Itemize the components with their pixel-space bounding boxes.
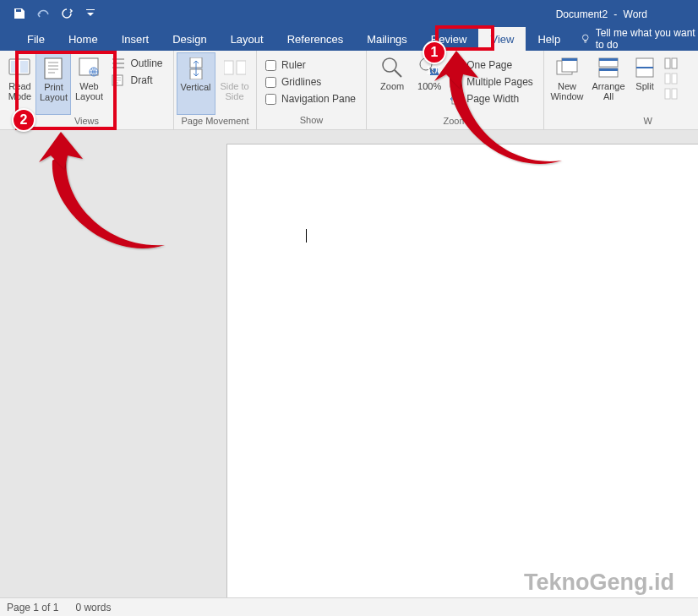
- svg-rect-32: [599, 58, 618, 61]
- print-layout-button[interactable]: Print Layout: [35, 52, 71, 115]
- vertical-button[interactable]: Vertical: [177, 52, 215, 115]
- tell-me-label: Tell me what you want to do: [596, 27, 698, 51]
- draft-button[interactable]: Draft: [112, 74, 162, 86]
- svg-point-0: [583, 35, 589, 41]
- split-button[interactable]: Split: [629, 52, 661, 115]
- one-page-icon: [450, 59, 463, 71]
- svg-rect-41: [665, 89, 670, 99]
- group-window: New Window Arrange All Split W: [544, 51, 679, 129]
- svg-line-17: [395, 70, 401, 77]
- side-by-side-icon[interactable]: [664, 57, 678, 69]
- menu-mailings[interactable]: Mailings: [355, 27, 419, 51]
- menu-references[interactable]: References: [275, 27, 355, 51]
- side-to-side-button[interactable]: Side to Side: [215, 52, 254, 115]
- svg-rect-25: [450, 83, 455, 87]
- undo-icon: [35, 8, 51, 19]
- new-window-icon: [555, 56, 579, 79]
- menu-bar: File Home Insert Design Layout Reference…: [0, 27, 698, 51]
- side-to-side-icon: [223, 56, 247, 79]
- arrange-all-icon: [597, 56, 620, 79]
- zoom-icon: [380, 56, 404, 79]
- menu-review[interactable]: Review: [419, 27, 479, 51]
- tell-me-search[interactable]: Tell me what you want to do: [581, 27, 698, 51]
- zoom-button[interactable]: Zoom: [374, 52, 411, 115]
- lightbulb-icon: [581, 33, 590, 45]
- menu-help[interactable]: Help: [526, 27, 572, 51]
- arrange-all-button[interactable]: Arrange All: [588, 52, 629, 115]
- save-icon: [14, 8, 25, 19]
- svg-point-16: [383, 58, 396, 72]
- undo-button[interactable]: [32, 3, 54, 25]
- svg-rect-22: [453, 60, 460, 70]
- redo-button[interactable]: [56, 3, 78, 25]
- svg-rect-26: [456, 83, 461, 87]
- svg-rect-42: [672, 89, 677, 99]
- zoom-100-button[interactable]: 100 100%: [411, 52, 448, 115]
- svg-rect-37: [665, 58, 670, 68]
- save-button[interactable]: [8, 3, 30, 25]
- chevron-down-icon: [86, 9, 95, 18]
- web-layout-button[interactable]: Web Layout: [71, 52, 106, 115]
- read-mode-icon: [8, 56, 31, 79]
- vertical-icon: [184, 57, 208, 80]
- page-width-icon: [450, 93, 463, 105]
- new-window-button[interactable]: New Window: [546, 52, 588, 115]
- customize-qat-button[interactable]: [79, 3, 101, 25]
- svg-rect-34: [599, 68, 618, 71]
- print-layout-icon: [41, 57, 65, 80]
- svg-rect-3: [20, 61, 28, 73]
- document-page[interactable]: [226, 144, 698, 597]
- menu-view[interactable]: View: [478, 27, 526, 51]
- outline-button[interactable]: Outline: [112, 57, 162, 69]
- svg-rect-2: [11, 61, 19, 73]
- svg-rect-38: [672, 58, 677, 68]
- sync-scroll-icon[interactable]: [664, 73, 678, 84]
- svg-rect-39: [665, 74, 670, 84]
- status-bar: Page 1 of 1 0 words: [0, 597, 698, 616]
- group-show: Ruler Gridlines Navigation Pane Show: [257, 51, 367, 129]
- menu-home[interactable]: Home: [57, 27, 110, 51]
- multiple-pages-button[interactable]: Multiple Pages: [450, 76, 533, 88]
- web-layout-icon: [77, 56, 101, 79]
- svg-rect-24: [456, 77, 461, 81]
- draft-icon: [112, 74, 125, 86]
- svg-rect-30: [562, 58, 577, 61]
- svg-rect-4: [45, 58, 62, 79]
- text-cursor: [306, 229, 307, 243]
- doc-name: Document2: [556, 8, 608, 20]
- document-title: Document2 - Word: [556, 8, 647, 20]
- zoom-100-icon: 100: [417, 56, 441, 79]
- svg-rect-15: [237, 61, 246, 74]
- ribbon: Read Mode Print Layout Web Layout Outlin…: [0, 51, 698, 130]
- page-indicator[interactable]: Page 1 of 1: [7, 602, 58, 613]
- redo-icon: [60, 8, 74, 19]
- document-area[interactable]: [0, 130, 698, 597]
- menu-design[interactable]: Design: [161, 27, 218, 51]
- quick-access-toolbar: [0, 0, 101, 27]
- reset-window-icon[interactable]: [664, 88, 678, 100]
- outline-icon: [112, 57, 125, 69]
- app-name: Word: [624, 8, 647, 20]
- ruler-checkbox[interactable]: Ruler: [265, 59, 356, 71]
- group-page-movement: Vertical Side to Side Page Movement: [174, 51, 257, 129]
- multiple-pages-icon: [450, 76, 463, 88]
- svg-rect-14: [224, 61, 233, 74]
- svg-text:100: 100: [426, 64, 440, 76]
- group-zoom: Zoom 100 100% One Page Multiple Pages: [367, 51, 544, 129]
- read-mode-button[interactable]: Read Mode: [3, 52, 35, 115]
- group-views: Read Mode Print Layout Web Layout Outlin…: [0, 51, 174, 129]
- menu-insert[interactable]: Insert: [110, 27, 161, 51]
- page-width-button[interactable]: Page Width: [450, 93, 533, 105]
- one-page-button[interactable]: One Page: [450, 59, 533, 71]
- menu-layout[interactable]: Layout: [219, 27, 275, 51]
- gridlines-checkbox[interactable]: Gridlines: [265, 76, 356, 88]
- word-count[interactable]: 0 words: [75, 602, 111, 613]
- svg-rect-23: [450, 77, 455, 81]
- title-bar: Document2 - Word: [0, 0, 698, 27]
- navigation-pane-checkbox[interactable]: Navigation Pane: [265, 93, 356, 105]
- split-icon: [633, 56, 657, 79]
- menu-file[interactable]: File: [15, 27, 57, 51]
- svg-rect-40: [672, 74, 677, 84]
